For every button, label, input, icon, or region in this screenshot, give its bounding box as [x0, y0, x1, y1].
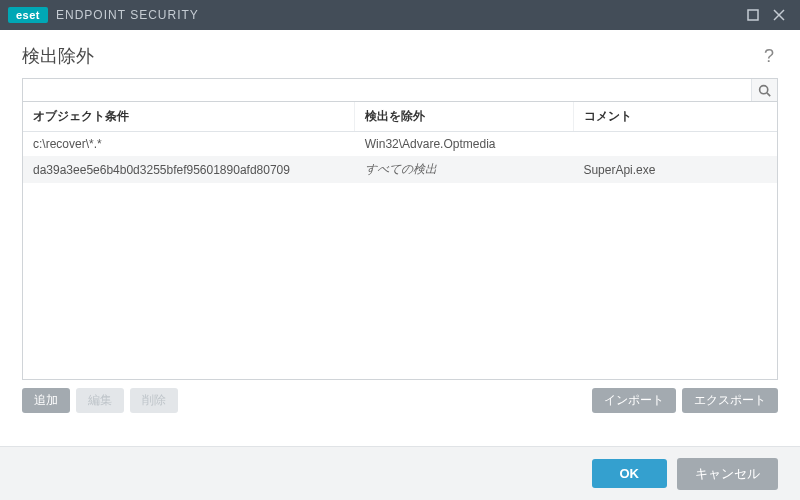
cell-detection: Win32\Advare.Optmedia: [355, 132, 574, 157]
add-button[interactable]: 追加: [22, 388, 70, 413]
exclusions-table: オブジェクト条件 検出を除外 コメント c:\recover\*.*Win32\…: [23, 102, 777, 183]
action-row: 追加 編集 削除 インポート エクスポート: [22, 388, 778, 413]
cell-object: c:\recover\*.*: [23, 132, 355, 157]
window-close-button[interactable]: [766, 2, 792, 28]
titlebar: eset ENDPOINT SECURITY: [0, 0, 800, 30]
edit-button[interactable]: 編集: [76, 388, 124, 413]
cancel-button[interactable]: キャンセル: [677, 458, 778, 490]
column-header-object[interactable]: オブジェクト条件: [23, 102, 355, 132]
svg-rect-0: [748, 10, 758, 20]
search-row: [22, 78, 778, 102]
cell-object: da39a3ee5e6b4b0d3255bfef95601890afd80709: [23, 156, 355, 183]
column-header-detection[interactable]: 検出を除外: [355, 102, 574, 132]
page-title: 検出除外: [22, 44, 94, 68]
svg-line-4: [767, 92, 770, 95]
ok-button[interactable]: OK: [592, 459, 668, 488]
help-icon[interactable]: ?: [760, 46, 778, 67]
window-minimize-button[interactable]: [740, 2, 766, 28]
search-input[interactable]: [23, 79, 751, 101]
minimize-icon: [747, 9, 759, 21]
delete-button[interactable]: 削除: [130, 388, 178, 413]
search-button[interactable]: [751, 79, 777, 101]
table-row[interactable]: da39a3ee5e6b4b0d3255bfef95601890afd80709…: [23, 156, 777, 183]
cell-comment: [573, 132, 777, 157]
svg-point-3: [760, 85, 768, 93]
footer: OK キャンセル: [0, 446, 800, 500]
cell-detection: すべての検出: [355, 156, 574, 183]
export-button[interactable]: エクスポート: [682, 388, 778, 413]
table-row[interactable]: c:\recover\*.*Win32\Advare.Optmedia: [23, 132, 777, 157]
import-button[interactable]: インポート: [592, 388, 676, 413]
cell-comment: SuperApi.exe: [573, 156, 777, 183]
app-title: ENDPOINT SECURITY: [56, 8, 199, 22]
search-icon: [758, 84, 771, 97]
column-header-comment[interactable]: コメント: [573, 102, 777, 132]
close-icon: [773, 9, 785, 21]
exclusions-table-container: オブジェクト条件 検出を除外 コメント c:\recover\*.*Win32\…: [22, 102, 778, 380]
page-header: 検出除外 ?: [0, 30, 800, 78]
brand-badge: eset: [8, 7, 48, 23]
